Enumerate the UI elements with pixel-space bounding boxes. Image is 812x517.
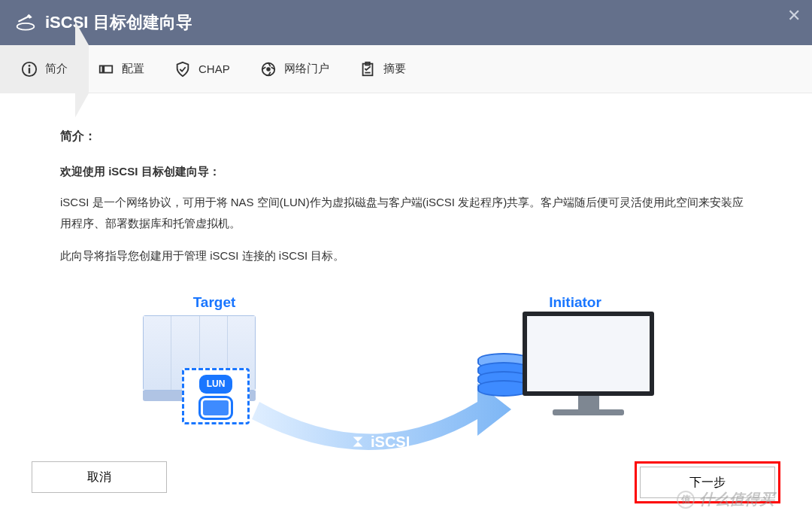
network-icon	[260, 61, 277, 78]
content-area: 简介： 欢迎使用 iSCSI 目标创建向导： iSCSI 是一个网络协议，可用于…	[0, 93, 812, 485]
window-title: iSCSI 目标创建向导	[45, 11, 192, 34]
svg-rect-4	[100, 65, 113, 72]
next-button[interactable]: 下一步	[640, 467, 775, 498]
step-summary[interactable]: 摘要	[359, 61, 406, 78]
svg-point-0	[17, 23, 35, 30]
iscsi-protocol-label: iSCSI	[350, 427, 410, 456]
configure-icon	[98, 61, 114, 78]
step-intro[interactable]: 简介	[21, 61, 68, 78]
step-label: 网络门户	[284, 62, 329, 76]
svg-point-7	[266, 67, 271, 71]
step-network[interactable]: 网络门户	[260, 61, 329, 78]
svg-rect-5	[102, 65, 105, 72]
intro-heading: 简介：	[60, 125, 752, 147]
info-icon	[21, 61, 38, 78]
iscsi-diagram: Target Initiator LUN iSCSI	[135, 289, 677, 485]
wizard-steps: 简介 配置 CHAP 网络门户 摘要	[0, 45, 812, 93]
step-chap[interactable]: CHAP	[174, 61, 230, 78]
intro-paragraph-1: iSCSI 是一个网络协议，可用于将 NAS 空间(LUN)作为虚拟磁盘与客户端…	[60, 192, 752, 235]
step-label: 简介	[45, 62, 68, 76]
intro-subheading: 欢迎使用 iSCSI 目标创建向导：	[60, 161, 752, 183]
lun-label: LUN	[199, 375, 233, 394]
monitor-image	[523, 312, 654, 415]
wizard-icon	[15, 12, 36, 33]
step-label: 配置	[122, 62, 144, 76]
svg-rect-3	[29, 68, 30, 73]
svg-point-2	[29, 65, 31, 67]
cancel-button[interactable]: 取消	[32, 461, 167, 493]
step-configure[interactable]: 配置	[98, 61, 144, 78]
shield-icon	[174, 61, 191, 78]
step-label: 摘要	[383, 62, 406, 76]
titlebar: iSCSI 目标创建向导 ✕	[0, 0, 812, 45]
intro-paragraph-2: 此向导将指导您创建用于管理 iSCSI 连接的 iSCSI 目标。	[60, 245, 752, 267]
footer: 取消 下一步	[0, 461, 812, 503]
target-label: Target	[165, 289, 263, 316]
step-label: CHAP	[198, 62, 230, 75]
next-highlight: 下一步	[635, 461, 780, 503]
summary-icon	[359, 61, 376, 78]
close-icon[interactable]: ✕	[787, 8, 801, 24]
lun-image: LUN	[182, 368, 250, 424]
